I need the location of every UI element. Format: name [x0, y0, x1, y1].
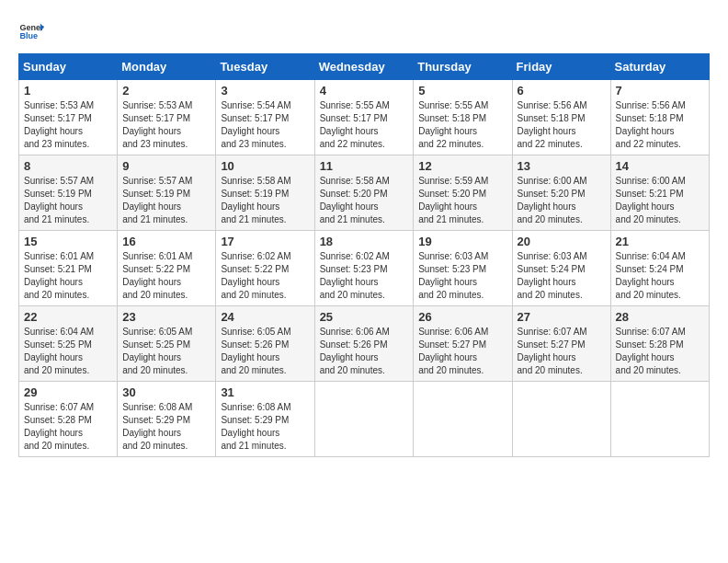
day-info: Sunrise: 6:08 AM Sunset: 5:29 PM Dayligh…	[221, 401, 309, 453]
calendar-day-19: 19 Sunrise: 6:03 AM Sunset: 5:23 PM Dayl…	[414, 231, 512, 306]
day-info: Sunrise: 6:00 AM Sunset: 5:21 PM Dayligh…	[616, 175, 704, 226]
day-number: 17	[221, 235, 309, 248]
day-info: Sunrise: 5:59 AM Sunset: 5:20 PM Dayligh…	[418, 175, 506, 226]
calendar-week-5: 29 Sunrise: 6:07 AM Sunset: 5:28 PM Dayl…	[19, 382, 710, 457]
logo-icon: General Blue	[18, 18, 44, 44]
calendar-day-9: 9 Sunrise: 5:57 AM Sunset: 5:19 PM Dayli…	[118, 155, 216, 231]
day-number: 9	[122, 159, 210, 173]
day-info: Sunrise: 6:05 AM Sunset: 5:26 PM Dayligh…	[221, 326, 309, 377]
day-number: 27	[518, 310, 606, 324]
day-info: Sunrise: 5:56 AM Sunset: 5:18 PM Dayligh…	[518, 99, 606, 151]
calendar-day-6: 6 Sunrise: 5:56 AM Sunset: 5:18 PM Dayli…	[512, 80, 610, 155]
day-number: 31	[221, 385, 309, 399]
page-header: General Blue	[18, 18, 710, 44]
day-info: Sunrise: 5:54 AM Sunset: 5:17 PM Dayligh…	[221, 99, 309, 151]
day-number: 18	[320, 235, 409, 248]
calendar-day-14: 14 Sunrise: 6:00 AM Sunset: 5:21 PM Dayl…	[610, 155, 709, 231]
calendar-day-18: 18 Sunrise: 6:02 AM Sunset: 5:23 PM Dayl…	[314, 231, 414, 306]
day-number: 6	[518, 84, 606, 98]
calendar-day-27: 27 Sunrise: 6:07 AM Sunset: 5:27 PM Dayl…	[512, 306, 610, 382]
calendar-day-7: 7 Sunrise: 5:56 AM Sunset: 5:18 PM Dayli…	[610, 80, 709, 155]
calendar-week-3: 15 Sunrise: 6:01 AM Sunset: 5:21 PM Dayl…	[19, 231, 710, 306]
day-number: 22	[24, 310, 112, 324]
calendar-day-29: 29 Sunrise: 6:07 AM Sunset: 5:28 PM Dayl…	[19, 382, 118, 457]
empty-cell	[512, 382, 610, 457]
day-info: Sunrise: 6:07 AM Sunset: 5:27 PM Dayligh…	[518, 326, 606, 377]
calendar-week-4: 22 Sunrise: 6:04 AM Sunset: 5:25 PM Dayl…	[19, 306, 710, 382]
day-number: 4	[320, 84, 409, 98]
day-info: Sunrise: 6:05 AM Sunset: 5:25 PM Dayligh…	[122, 326, 210, 377]
day-info: Sunrise: 6:00 AM Sunset: 5:20 PM Dayligh…	[518, 175, 606, 226]
day-number: 24	[221, 310, 309, 324]
calendar-day-13: 13 Sunrise: 6:00 AM Sunset: 5:20 PM Dayl…	[512, 155, 610, 231]
day-number: 28	[616, 310, 704, 324]
header-tuesday: Tuesday	[216, 54, 314, 80]
day-number: 19	[418, 235, 506, 248]
day-info: Sunrise: 6:04 AM Sunset: 5:24 PM Dayligh…	[616, 250, 704, 302]
day-info: Sunrise: 5:58 AM Sunset: 5:20 PM Dayligh…	[320, 175, 409, 226]
calendar-day-21: 21 Sunrise: 6:04 AM Sunset: 5:24 PM Dayl…	[610, 231, 709, 306]
calendar-week-2: 8 Sunrise: 5:57 AM Sunset: 5:19 PM Dayli…	[19, 155, 710, 231]
day-number: 12	[418, 159, 506, 173]
day-info: Sunrise: 6:01 AM Sunset: 5:21 PM Dayligh…	[24, 250, 112, 302]
day-info: Sunrise: 5:53 AM Sunset: 5:17 PM Dayligh…	[24, 99, 112, 151]
day-number: 2	[122, 84, 210, 98]
svg-text:Blue: Blue	[19, 31, 38, 40]
day-info: Sunrise: 5:56 AM Sunset: 5:18 PM Dayligh…	[616, 99, 704, 151]
calendar-day-22: 22 Sunrise: 6:04 AM Sunset: 5:25 PM Dayl…	[19, 306, 118, 382]
day-number: 11	[320, 159, 409, 173]
calendar-day-2: 2 Sunrise: 5:53 AM Sunset: 5:17 PM Dayli…	[118, 80, 216, 155]
calendar-day-5: 5 Sunrise: 5:55 AM Sunset: 5:18 PM Dayli…	[414, 80, 512, 155]
day-info: Sunrise: 6:03 AM Sunset: 5:23 PM Dayligh…	[418, 250, 506, 302]
calendar-day-23: 23 Sunrise: 6:05 AM Sunset: 5:25 PM Dayl…	[118, 306, 216, 382]
day-number: 14	[616, 159, 704, 173]
calendar-day-3: 3 Sunrise: 5:54 AM Sunset: 5:17 PM Dayli…	[216, 80, 314, 155]
day-info: Sunrise: 5:53 AM Sunset: 5:17 PM Dayligh…	[122, 99, 210, 151]
calendar-day-4: 4 Sunrise: 5:55 AM Sunset: 5:17 PM Dayli…	[314, 80, 414, 155]
day-info: Sunrise: 5:58 AM Sunset: 5:19 PM Dayligh…	[221, 175, 309, 226]
empty-cell	[610, 382, 709, 457]
calendar-day-12: 12 Sunrise: 5:59 AM Sunset: 5:20 PM Dayl…	[414, 155, 512, 231]
calendar-day-30: 30 Sunrise: 6:08 AM Sunset: 5:29 PM Dayl…	[118, 382, 216, 457]
day-info: Sunrise: 6:08 AM Sunset: 5:29 PM Dayligh…	[122, 401, 210, 453]
empty-cell	[414, 382, 512, 457]
day-number: 26	[418, 310, 506, 324]
day-info: Sunrise: 6:06 AM Sunset: 5:27 PM Dayligh…	[418, 326, 506, 377]
day-info: Sunrise: 5:57 AM Sunset: 5:19 PM Dayligh…	[24, 175, 112, 226]
header-friday: Friday	[512, 54, 610, 80]
day-info: Sunrise: 6:07 AM Sunset: 5:28 PM Dayligh…	[616, 326, 704, 377]
calendar-day-10: 10 Sunrise: 5:58 AM Sunset: 5:19 PM Dayl…	[216, 155, 314, 231]
day-info: Sunrise: 6:07 AM Sunset: 5:28 PM Dayligh…	[24, 401, 112, 453]
day-info: Sunrise: 6:04 AM Sunset: 5:25 PM Dayligh…	[24, 326, 112, 377]
day-number: 5	[418, 84, 506, 98]
header-wednesday: Wednesday	[314, 54, 414, 80]
day-info: Sunrise: 6:02 AM Sunset: 5:23 PM Dayligh…	[320, 250, 409, 302]
day-number: 13	[518, 159, 606, 173]
day-number: 23	[122, 310, 210, 324]
header-sunday: Sunday	[19, 54, 118, 80]
calendar-day-17: 17 Sunrise: 6:02 AM Sunset: 5:22 PM Dayl…	[216, 231, 314, 306]
calendar-day-15: 15 Sunrise: 6:01 AM Sunset: 5:21 PM Dayl…	[19, 231, 118, 306]
day-info: Sunrise: 5:57 AM Sunset: 5:19 PM Dayligh…	[122, 175, 210, 226]
day-number: 16	[122, 235, 210, 248]
day-number: 10	[221, 159, 309, 173]
day-number: 25	[320, 310, 409, 324]
day-number: 3	[221, 84, 309, 98]
calendar-day-26: 26 Sunrise: 6:06 AM Sunset: 5:27 PM Dayl…	[414, 306, 512, 382]
day-number: 15	[24, 235, 112, 248]
day-number: 20	[518, 235, 606, 248]
calendar-day-20: 20 Sunrise: 6:03 AM Sunset: 5:24 PM Dayl…	[512, 231, 610, 306]
calendar-day-8: 8 Sunrise: 5:57 AM Sunset: 5:19 PM Dayli…	[19, 155, 118, 231]
header-thursday: Thursday	[414, 54, 512, 80]
calendar-week-1: 1 Sunrise: 5:53 AM Sunset: 5:17 PM Dayli…	[19, 80, 710, 155]
day-info: Sunrise: 6:06 AM Sunset: 5:26 PM Dayligh…	[320, 326, 409, 377]
day-number: 8	[24, 159, 112, 173]
calendar-day-1: 1 Sunrise: 5:53 AM Sunset: 5:17 PM Dayli…	[19, 80, 118, 155]
calendar-day-16: 16 Sunrise: 6:01 AM Sunset: 5:22 PM Dayl…	[118, 231, 216, 306]
calendar-day-24: 24 Sunrise: 6:05 AM Sunset: 5:26 PM Dayl…	[216, 306, 314, 382]
header-monday: Monday	[118, 54, 216, 80]
day-info: Sunrise: 6:02 AM Sunset: 5:22 PM Dayligh…	[221, 250, 309, 302]
day-number: 29	[24, 385, 112, 399]
day-info: Sunrise: 6:03 AM Sunset: 5:24 PM Dayligh…	[518, 250, 606, 302]
calendar-day-25: 25 Sunrise: 6:06 AM Sunset: 5:26 PM Dayl…	[314, 306, 414, 382]
